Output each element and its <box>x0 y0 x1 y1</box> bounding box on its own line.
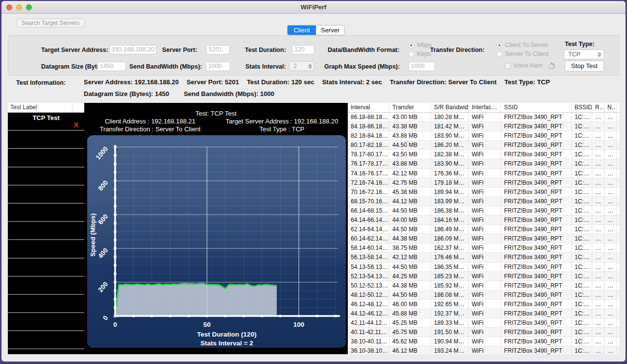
table-cell: 185.92 M… <box>431 281 469 291</box>
table-row[interactable]: 80.17-82.18…44.50 MB186.20 M…WiFiFRITZ!B… <box>348 141 620 150</box>
table-cell: 78.17-80.17… <box>348 150 389 159</box>
table-cell: 1C:… <box>572 188 592 197</box>
voice-alert-checkbox[interactable]: Voice Alert <box>505 62 542 69</box>
table-cell: 38.10-40.11… <box>348 337 389 346</box>
stats-interval-stepper[interactable]: 2 <box>289 61 314 71</box>
delete-test-icon[interactable]: X <box>74 121 78 129</box>
column-header[interactable]: Interval <box>348 103 389 112</box>
list-item[interactable] <box>8 186 84 204</box>
table-cell: … <box>604 169 617 178</box>
table-cell: 52.13-54.13… <box>348 272 389 281</box>
test-list-rows: TCP TestX <box>8 113 84 349</box>
list-item[interactable] <box>8 222 84 240</box>
test-list-header-divider <box>72 103 72 112</box>
column-header[interactable]: Transfer <box>389 103 431 112</box>
app-window: WiFiPerf Search Target Servers Client Se… <box>1 1 626 362</box>
column-header[interactable]: S/R Bandwidth <box>431 103 469 112</box>
list-item[interactable] <box>8 259 84 277</box>
table-row[interactable]: 72.16-74.16…42.75 MB179.18 M…WiFiFRITZ!B… <box>348 178 620 188</box>
table-cell: FRITZ!Box 3490_RPT <box>501 197 572 206</box>
list-item[interactable] <box>8 131 84 149</box>
table-row[interactable]: 86.18-88.18…43.00 MB180.28 M…WiFiFRITZ!B… <box>348 113 620 122</box>
radio-client-to-server[interactable]: Client To Server <box>496 42 549 49</box>
table-row[interactable]: 74.16-76.17…42.12 MB176.36 M…WiFiFRITZ!B… <box>348 169 620 178</box>
table-cell: FRITZ!Box 3490_RPT <box>501 131 572 141</box>
table-cell: 1C:… <box>572 131 592 141</box>
radio-server-to-client[interactable]: Server To Client <box>496 50 549 57</box>
table-row[interactable]: 62.14-64.14…44.50 MB186.49 M…WiFiFRITZ!B… <box>348 225 620 234</box>
list-item[interactable] <box>8 240 84 258</box>
table-row[interactable]: 44.12-46.12…45.88 MB192.37 M…WiFiFRITZ!B… <box>348 309 620 318</box>
table-row[interactable]: 84.18-86.18…43.38 MB181.42 M…WiFiFRITZ!B… <box>348 122 620 131</box>
radio-kbps[interactable]: Kbps <box>408 50 431 57</box>
table-row[interactable]: 82.18-84.18…43.88 MB183.90 M…WiFiFRITZ!B… <box>348 131 620 141</box>
table-cell: . <box>617 150 620 159</box>
table-row[interactable]: 36.10-38.10…46.12 MB193.24 M…WiFiFRITZ!B… <box>348 346 620 354</box>
column-header[interactable]: T <box>617 103 620 112</box>
list-item[interactable] <box>8 331 84 349</box>
table-row[interactable]: 42.11-44.12…45.25 MB189.33 M…WiFiFRITZ!B… <box>348 318 620 328</box>
test-type-label: Test Type: <box>565 41 595 48</box>
search-target-servers-button[interactable]: Search Target Servers <box>16 19 85 27</box>
tab-client[interactable]: Client <box>288 25 316 35</box>
table-row[interactable]: 68.15-70.16…44.12 MB183.99 M…WiFiFRITZ!B… <box>348 197 620 206</box>
table-row[interactable]: 64.14-66.14…44.00 MB184.16 M…WiFiFRITZ!B… <box>348 216 620 225</box>
list-item[interactable] <box>8 277 84 295</box>
test-duration-input[interactable]: 120 <box>292 45 314 54</box>
list-item[interactable] <box>8 149 84 167</box>
table-row[interactable]: 52.13-54.13…44.25 MB185.23 M…WiFiFRITZ!B… <box>348 272 620 281</box>
radio-mbps[interactable]: Mbps <box>408 42 432 49</box>
table-cell: … <box>592 309 604 318</box>
table-row[interactable]: 76.17-78.17…43.88 MB183.90 M…WiFiFRITZ!B… <box>348 159 620 169</box>
speed-chart: 02004006008001000Speed (Mbps)050100Test … <box>87 135 346 348</box>
table-cell: … <box>604 122 617 131</box>
table-row[interactable]: 58.14-60.14…38.75 MB162.37 M…WiFiFRITZ!B… <box>348 243 620 253</box>
table-row[interactable]: 46.12-48.12…46.00 MB192.65 M…WiFiFRITZ!B… <box>348 300 620 309</box>
table-cell: 1C:… <box>572 328 592 337</box>
table-cell: WiFi <box>469 206 501 216</box>
table-cell: 192.65 M… <box>431 300 469 309</box>
table-row[interactable]: 70.16-72.16…45.38 MB189.94 M…WiFiFRITZ!B… <box>348 188 620 197</box>
table-cell: . <box>617 243 620 253</box>
table-cell: 186.49 M… <box>431 225 469 234</box>
table-cell: . <box>617 309 620 318</box>
table-cell: FRITZ!Box 3490_RPT <box>501 206 572 216</box>
datagram-size-input[interactable]: 1450 <box>97 62 126 71</box>
table-cell: 60.14-62.14… <box>348 234 389 243</box>
list-item[interactable] <box>8 168 84 186</box>
table-row[interactable]: 48.12-50.12…44.50 MB186.08 M…WiFiFRITZ!B… <box>348 291 620 300</box>
table-row[interactable]: 54.13-56.13…44.50 MB186.35 M…WiFiFRITZ!B… <box>348 263 620 272</box>
stop-test-button[interactable]: Stop Test <box>565 61 604 72</box>
table-cell: … <box>604 253 617 262</box>
send-bandwidth-input[interactable]: 1000 <box>206 62 230 71</box>
table-cell: 42.11-44.12… <box>348 318 389 328</box>
table-row[interactable]: 50.12-52.13…44.38 MB185.92 M…WiFiFRITZ!B… <box>348 281 620 291</box>
results-table-header[interactable]: IntervalTransferS/R BandwidthInterfac…SS… <box>348 103 620 113</box>
table-row[interactable]: 40.11-42.11…45.75 MB191.50 M…WiFiFRITZ!B… <box>348 328 620 337</box>
table-row[interactable]: 78.17-80.17…43.50 MB182.38 M…WiFiFRITZ!B… <box>348 150 620 159</box>
table-cell: WiFi <box>469 159 501 169</box>
server-port-input[interactable]: 5201 <box>206 45 230 54</box>
table-row[interactable]: 66.14-68.15…44.50 MB186.38 M…WiFiFRITZ!B… <box>348 206 620 216</box>
chart-subtitle-row2: Transfer Direction : Server To Client Te… <box>84 125 348 133</box>
tab-server[interactable]: Server <box>316 25 344 35</box>
column-header[interactable]: SSID <box>501 103 572 112</box>
test-type-dropdown[interactable]: TCP <box>564 49 604 59</box>
graph-max-speed-input[interactable]: 1000 <box>409 62 435 71</box>
column-header[interactable]: N… <box>604 103 617 112</box>
list-item[interactable] <box>8 295 84 313</box>
column-header[interactable]: BSSID <box>572 103 592 112</box>
table-row[interactable]: 38.10-40.11…45.62 MB190.94 M…WiFiFRITZ!B… <box>348 337 620 346</box>
table-cell: 1C:… <box>572 169 592 178</box>
column-header[interactable]: R… <box>592 103 604 112</box>
table-cell: 1C:… <box>572 206 592 216</box>
list-item[interactable] <box>8 313 84 331</box>
list-item[interactable]: TCP TestX <box>8 113 84 131</box>
column-header[interactable]: Interfac… <box>469 103 501 112</box>
table-cell: 1C:… <box>572 141 592 150</box>
table-row[interactable]: 56.13-58.14…42.12 MB176.46 M…WiFiFRITZ!B… <box>348 253 620 262</box>
table-row[interactable]: 60.14-62.14…44.38 MB186.09 M…WiFiFRITZ!B… <box>348 234 620 243</box>
test-list-header[interactable]: Test Label <box>8 103 84 113</box>
target-server-address-input[interactable]: 192.168.188.20 <box>109 45 156 54</box>
list-item[interactable] <box>8 204 84 222</box>
